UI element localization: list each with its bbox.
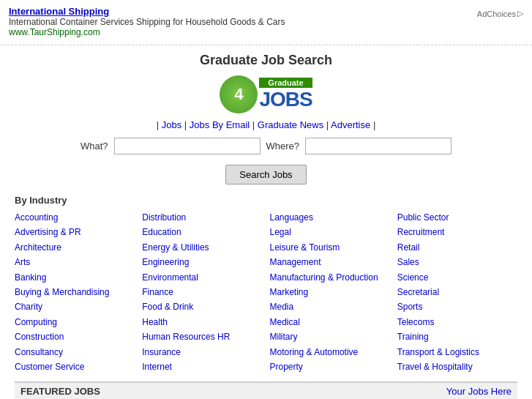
industry-link[interactable]: Languages <box>270 210 390 225</box>
industry-link[interactable]: Buying & Merchandising <box>15 285 135 299</box>
nav-link-jobs-email[interactable]: Jobs By Email <box>190 119 250 130</box>
industry-col-3: Languages Legal Leisure & Tourism Manage… <box>270 210 390 374</box>
industry-link[interactable]: Internet <box>142 359 262 374</box>
industry-link[interactable]: Food & Drink <box>142 299 262 314</box>
where-input[interactable] <box>305 138 452 154</box>
industry-link[interactable]: Travel & Hospitality <box>397 359 517 374</box>
ad-banner: International Shipping International Con… <box>0 0 532 45</box>
industry-link[interactable]: Construction <box>15 329 135 344</box>
industry-link[interactable]: Leisure & Tourism <box>270 240 390 255</box>
industry-col-4: Public Sector Recruitment Retail Sales S… <box>397 210 517 374</box>
industry-col-1: Accounting Advertising & PR Architecture… <box>15 210 135 374</box>
industry-link[interactable]: Manufacturing & Production <box>270 270 390 285</box>
industry-link[interactable]: Education <box>142 225 262 239</box>
logo-jobs-label: JOBS <box>259 88 312 111</box>
nav-link-graduate-news[interactable]: Graduate News <box>258 119 323 130</box>
industry-link[interactable]: Sales <box>397 255 517 269</box>
industry-link[interactable]: Sports <box>397 299 517 314</box>
industry-grid: Accounting Advertising & PR Architecture… <box>15 210 517 374</box>
industry-link[interactable]: Environmental <box>142 270 262 285</box>
industry-link[interactable]: Transport & Logistics <box>397 345 517 359</box>
industry-link[interactable]: Management <box>270 255 390 269</box>
what-input[interactable] <box>114 138 261 154</box>
industry-link[interactable]: Arts <box>15 255 135 269</box>
industry-heading: By Industry <box>15 195 517 206</box>
industry-link[interactable]: Training <box>397 329 517 344</box>
industry-link[interactable]: Charity <box>15 299 135 314</box>
logo-graduate-label: Graduate <box>259 78 312 88</box>
logo-box[interactable]: 4 Graduate JOBS <box>220 75 312 113</box>
industry-link[interactable]: Medical <box>270 315 390 329</box>
search-button[interactable]: Search Jobs <box>225 165 306 184</box>
industry-link[interactable]: Customer Service <box>15 359 135 374</box>
ad-choices-icon: ▷ <box>517 9 523 18</box>
industry-link[interactable]: Health <box>142 315 262 329</box>
ad-description: International Container Services Shippin… <box>9 17 285 27</box>
industry-link[interactable]: Finance <box>142 285 262 299</box>
industry-link[interactable]: Public Sector <box>397 210 517 225</box>
industry-link[interactable]: Consultancy <box>15 345 135 359</box>
featured-title: FEATURED JOBS <box>20 386 100 397</box>
industry-link[interactable]: Motoring & Automotive <box>270 345 390 359</box>
industry-link[interactable]: Energy & Utilities <box>142 240 262 255</box>
industry-link[interactable]: Media <box>270 299 390 314</box>
industry-link[interactable]: Architecture <box>15 240 135 255</box>
logo-area: 4 Graduate JOBS <box>15 75 517 113</box>
ad-content: International Shipping International Con… <box>9 6 285 37</box>
ad-choices[interactable]: AdChoices ▷ <box>477 6 523 18</box>
industry-col-2: Distribution Education Energy & Utilitie… <box>142 210 262 374</box>
industry-link[interactable]: Recruitment <box>397 225 517 239</box>
industry-link[interactable]: Secretarial <box>397 285 517 299</box>
industry-link[interactable]: Computing <box>15 315 135 329</box>
industry-link[interactable]: Property <box>270 359 390 374</box>
what-label: What? <box>80 141 108 152</box>
nav-link-advertise[interactable]: Advertise <box>331 119 370 130</box>
industry-link[interactable]: Insurance <box>142 345 262 359</box>
industry-link[interactable]: Human Resources HR <box>142 329 262 344</box>
ad-url: www.TaurShipping.com <box>9 27 285 37</box>
logo-text-block: Graduate JOBS <box>259 78 312 111</box>
industry-link[interactable]: Distribution <box>142 210 262 225</box>
industry-link[interactable]: Legal <box>270 225 390 239</box>
industry-link[interactable]: Telecoms <box>397 315 517 329</box>
search-area: What? Where? <box>15 138 517 154</box>
ad-title[interactable]: International Shipping <box>9 6 285 17</box>
industry-link[interactable]: Accounting <box>15 210 135 225</box>
industry-link[interactable]: Retail <box>397 240 517 255</box>
industry-link[interactable]: Marketing <box>270 285 390 299</box>
your-jobs-link[interactable]: Your Jobs Here <box>446 386 512 397</box>
nav-separator: | <box>157 119 162 130</box>
industry-link[interactable]: Engineering <box>142 255 262 269</box>
industry-section: By Industry Accounting Advertising & PR … <box>15 195 517 374</box>
industry-link[interactable]: Science <box>397 270 517 285</box>
logo-number: 4 <box>234 85 243 104</box>
main-content: Graduate Job Search 4 Graduate JOBS | Jo… <box>0 45 532 399</box>
where-label: Where? <box>266 141 300 152</box>
nav-link-jobs[interactable]: Jobs <box>162 119 181 130</box>
logo-circle: 4 <box>220 75 258 113</box>
site-title: Graduate Job Search <box>15 53 517 68</box>
nav-links: | Jobs | Jobs By Email | Graduate News |… <box>15 119 517 130</box>
featured-bar: FEATURED JOBS Your Jobs Here <box>15 381 517 399</box>
industry-link[interactable]: Advertising & PR <box>15 225 135 239</box>
industry-link[interactable]: Military <box>270 329 390 344</box>
industry-link[interactable]: Banking <box>15 270 135 285</box>
